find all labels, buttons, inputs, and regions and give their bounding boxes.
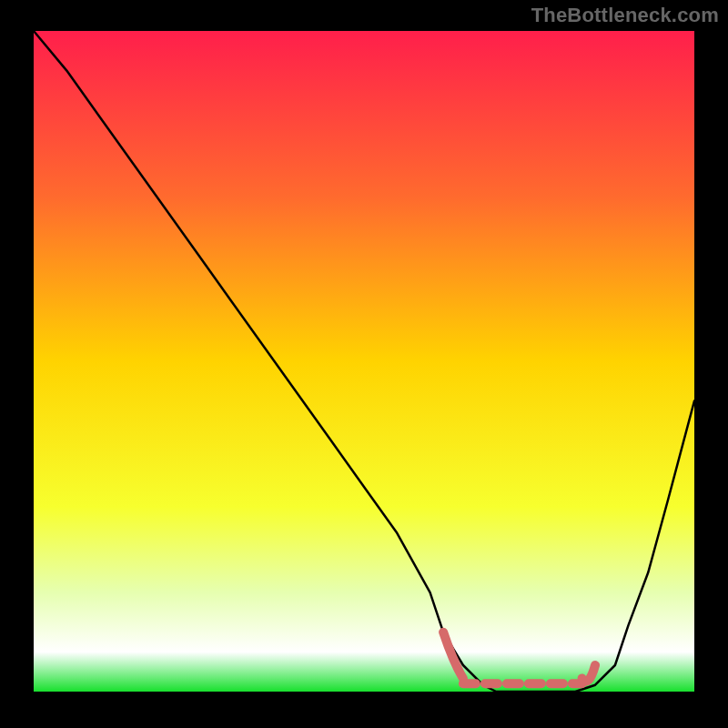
watermark-text: TheBottleneck.com — [531, 4, 719, 27]
plot-area — [34, 31, 694, 692]
bottleneck-chart: TheBottleneck.com — [0, 0, 728, 728]
chart-canvas — [0, 0, 728, 728]
